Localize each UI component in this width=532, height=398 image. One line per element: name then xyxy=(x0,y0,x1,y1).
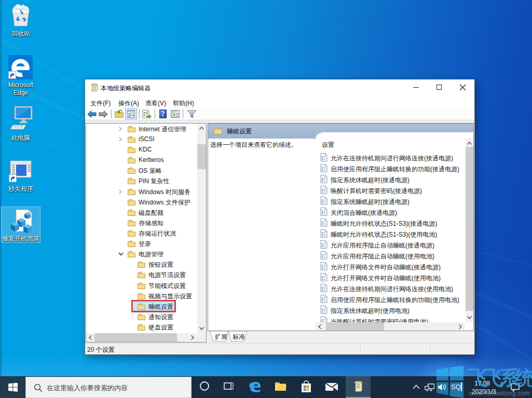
svg-text:标准: 标准 xyxy=(233,333,245,340)
svg-text:?: ? xyxy=(161,110,165,118)
svg-text:扩展: 扩展 xyxy=(214,333,227,340)
